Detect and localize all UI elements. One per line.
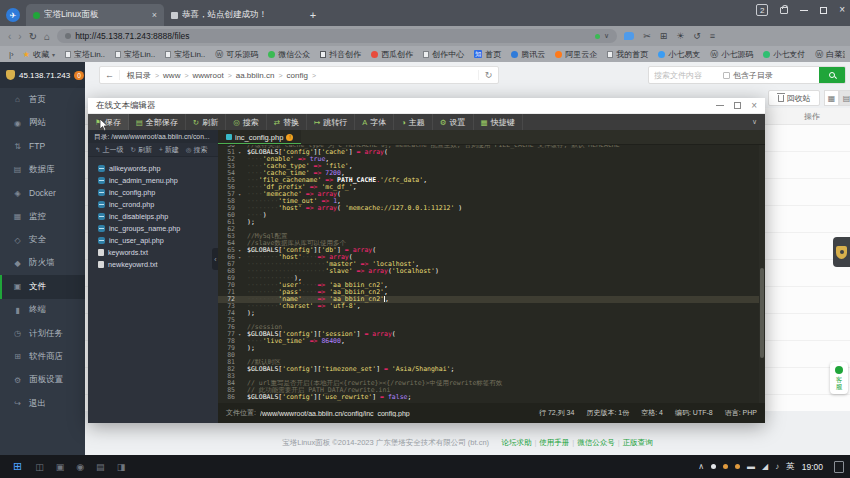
taskbar-app-icon[interactable]: ◨ [111, 462, 132, 472]
back-arrow-icon[interactable]: ← [100, 70, 120, 80]
code-line[interactable]: 81//默认时区 [218, 359, 765, 366]
editor-file-item[interactable]: inc_crond.php [88, 198, 218, 210]
code-line[interactable]: 67····················'master' => 'local… [218, 261, 765, 268]
scrollbar-thumb[interactable] [760, 268, 764, 358]
code-line[interactable]: 69············), [218, 275, 765, 282]
tab-close-icon[interactable]: × [152, 10, 157, 20]
taskbar-app-icon[interactable]: ◫ [29, 462, 50, 472]
code-line[interactable]: 61); [218, 219, 765, 226]
editor-toolbar-字体[interactable]: A字体 [355, 114, 394, 130]
editor-toolbar-刷新[interactable]: ↻刷新 [186, 114, 226, 130]
code-line[interactable]: 63//MySql配置 [218, 233, 765, 240]
clock[interactable]: 19:00 [802, 462, 823, 472]
editor-file-item[interactable]: inc_disableips.php [88, 210, 218, 222]
footer-link[interactable]: 论坛求助 [501, 438, 531, 447]
code-editor[interactable]: 50//缓存类型 cache_type 为 C_MEMCACHE 时, memc… [218, 145, 765, 403]
bookmark-item[interactable]: 西瓜创作 [366, 49, 418, 60]
file-action-上一级[interactable]: ↰上一级 [92, 145, 126, 155]
file-action-新建[interactable]: +新建 [156, 145, 182, 155]
sidebar-item-防火墙[interactable]: ◆防火墙 [0, 252, 85, 275]
volume-icon[interactable]: ♪ [775, 462, 779, 471]
chevron-down-icon[interactable]: ∨ [604, 32, 609, 40]
battery-icon[interactable]: ▬ [747, 462, 755, 471]
sidebar-item-Docker[interactable]: ◈Docker [0, 182, 85, 205]
browser-tab[interactable]: 宝塔Linux面板× [26, 4, 164, 26]
editor-file-item[interactable]: allkeywords.php [88, 162, 218, 174]
editor-toolbar-快捷键[interactable]: ▦快捷键 [474, 114, 523, 130]
bookmark-item[interactable]: 宝塔Lin.. [160, 49, 210, 60]
code-line[interactable]: 66▾········'host'····=> array( [218, 254, 765, 261]
breadcrumb-segment[interactable]: 根目录 [127, 70, 151, 81]
code-line[interactable]: 75 [218, 317, 765, 324]
breadcrumb-segment[interactable]: config [287, 71, 308, 80]
editor-toolbar-替换[interactable]: ⇄替换 [267, 114, 307, 130]
app-tray-icon[interactable] [723, 464, 728, 469]
taskbar-app-icon[interactable]: ▣ [50, 462, 71, 472]
bookmark-item[interactable]: Ⓦ白菜源码 [810, 49, 845, 60]
chat-bubble-icon[interactable] [624, 32, 634, 40]
sidebar-item-网站[interactable]: ◉网站 [0, 111, 85, 134]
code-line[interactable]: 53····'cache_type' => 'file', [218, 163, 765, 170]
close-button[interactable]: × [839, 6, 845, 14]
editor-toolbar-主题[interactable]: ◑主题 [394, 114, 433, 130]
bookmark-item[interactable]: 知首页 [469, 49, 506, 60]
customer-service-button[interactable]: 客服 [830, 362, 848, 394]
message-badge[interactable]: 0 [74, 71, 84, 80]
code-line[interactable]: 84// url重写是否开启(本地开启<{rewrite}><{/rewrite… [218, 380, 765, 387]
new-tab-button[interactable]: + [304, 6, 322, 24]
editor-fullscreen-icon[interactable] [734, 102, 741, 109]
sidebar-item-终端[interactable]: ▮终端 [0, 299, 85, 322]
sidebar-item-数据库[interactable]: ▤数据库 [0, 158, 85, 181]
editor-file-item[interactable]: inc_user_api.php [88, 234, 218, 246]
editor-minimize-icon[interactable] [716, 105, 724, 106]
sidebar-item-FTP[interactable]: ⇅FTP [0, 135, 85, 158]
code-line[interactable]: 82$GLOBALS['config']['timezone_set'] = '… [218, 366, 765, 373]
maximize-button[interactable] [820, 7, 827, 14]
taskbar-app-icon[interactable]: ▤ [90, 462, 111, 472]
sidebar-item-面板设置[interactable]: ⚙面板设置 [0, 369, 85, 392]
start-button[interactable]: ⊞ [6, 460, 29, 473]
code-line[interactable]: 57▾····'memcache' => array( [218, 191, 765, 198]
bookmark-item[interactable]: Ⓦ小七源码 [705, 49, 758, 60]
footer-link[interactable]: 正版查询 [623, 438, 653, 447]
bookmark-item[interactable]: 创作中心 [418, 49, 469, 60]
bookmark-item[interactable]: ★收藏▾ [18, 49, 60, 60]
editor-file-item[interactable]: keywords.txt [88, 246, 218, 258]
bookmark-item[interactable]: 腾讯云 [506, 49, 550, 60]
editor-close-icon[interactable]: × [751, 100, 757, 111]
code-line[interactable]: 59········'host' => array( 'memcache://1… [218, 205, 765, 212]
code-line[interactable]: 85// 此功能需要开启 PATH_DATA/rewrite.ini [218, 387, 765, 394]
shopping-bag-icon[interactable] [780, 7, 788, 14]
code-line[interactable]: 64//slave数据库从库可以使用多个 [218, 240, 765, 247]
fold-arrow-icon[interactable]: ▾ [238, 149, 241, 156]
browser-toolbar-icon[interactable]: ↺ [693, 31, 701, 41]
bookmark-item[interactable]: 小七支付 [758, 49, 810, 60]
editor-file-item[interactable]: newkeyowrd.txt [88, 258, 218, 270]
code-line[interactable]: 76//session [218, 324, 765, 331]
code-line[interactable]: 86$GLOBALS['config']['use_rewrite'] = fa… [218, 394, 765, 401]
refresh-icon[interactable]: ↻ [478, 70, 498, 80]
bookmark-item[interactable]: 阿里云企 [550, 49, 602, 60]
bookmark-item[interactable]: 小七易支 [653, 49, 705, 60]
search-input[interactable] [649, 71, 723, 80]
reload-button[interactable]: ↻ [29, 31, 37, 42]
mic-icon[interactable] [711, 464, 716, 469]
fold-arrow-icon[interactable]: ▾ [238, 254, 241, 261]
fold-arrow-icon[interactable]: ▾ [238, 247, 241, 254]
editor-toolbar-设置[interactable]: ⚙设置 [433, 114, 474, 130]
url-field[interactable]: http://45.138.71.243:8888/files ∨ [57, 29, 617, 43]
sidebar-item-计划任务[interactable]: ◷计划任务 [0, 322, 85, 345]
editor-file-item[interactable]: inc_groups_name.php [88, 222, 218, 234]
code-line[interactable]: 58········'time_out' => 1, [218, 198, 765, 205]
view-toggle-icon[interactable]: ▦ [824, 90, 839, 106]
home-button[interactable]: ⌂ [44, 31, 50, 42]
bookmark-item[interactable]: 微信公众 [263, 49, 315, 60]
editor-toolbar-跳转行[interactable]: ↦跳转行 [307, 114, 355, 130]
code-line[interactable]: 77▾$GLOBALS['config']['session'] = array… [218, 331, 765, 338]
url-text[interactable]: http://45.138.71.243:8888/files [75, 31, 591, 41]
browser-tab[interactable]: 恭喜，站点创建成功！ [164, 4, 302, 26]
code-line[interactable]: 55···'file_cachename' => PATH_CACHE.'/cf… [218, 177, 765, 184]
tab-count-badge[interactable]: 2 [756, 4, 768, 16]
back-button[interactable]: ‹ [8, 31, 11, 42]
toolbar-collapse-icon[interactable]: ∨ [744, 118, 765, 126]
